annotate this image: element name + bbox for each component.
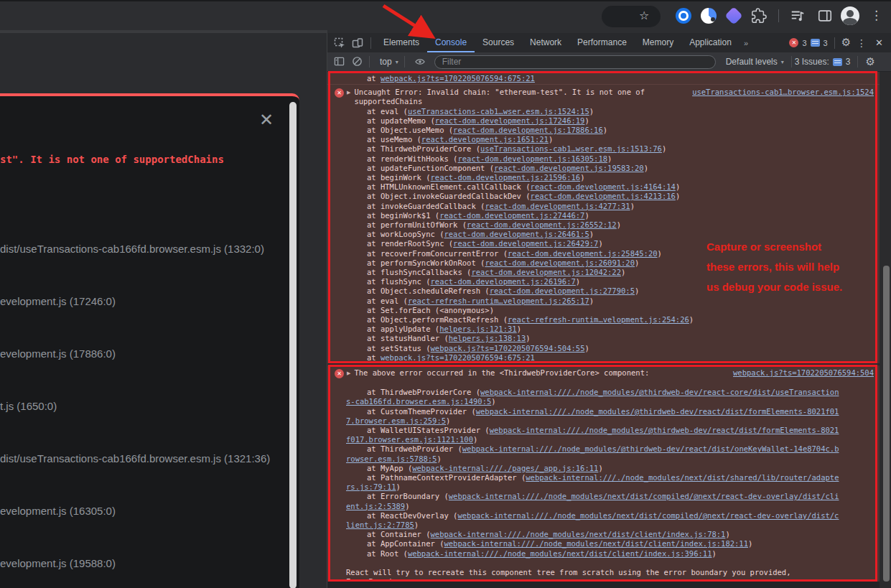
console-line: rowser.esm.js:5788:5): [327, 454, 880, 464]
bookmark-star-icon[interactable]: ☆: [639, 9, 649, 22]
stack-text: at Object.scheduleRefresh (: [367, 286, 490, 295]
stack-text: at ThirdwebProviderCore (: [367, 144, 480, 153]
source-link[interactable]: react-dom.development.js:21596:16: [431, 173, 581, 182]
extensions-puzzle-icon[interactable]: [751, 8, 767, 24]
source-link[interactable]: react-dom.development.js:26552:12: [467, 220, 617, 229]
log-levels-selector[interactable]: Default levels ▾: [726, 57, 784, 67]
devtools-settings-gear-icon[interactable]: ⚙: [841, 37, 851, 48]
source-link[interactable]: webpack-internal:///./node_modules/next/…: [449, 492, 839, 500]
stack-text: at HTMLUnknownElement.callCallback (: [367, 182, 531, 191]
tab-memory[interactable]: Memory: [635, 33, 681, 52]
stack-text: at eval (: [367, 297, 408, 305]
stack-frame-file: evelopment.js (17886:0): [0, 327, 287, 380]
console-error-tail: at webpack.js?ts=1702205076594:675:21: [327, 72, 880, 85]
source-link[interactable]: webpack.js?ts=1702205076594:675:21: [381, 353, 535, 362]
source-link[interactable]: useTransactions-cab1…wser.esm.js:1524:15: [408, 107, 589, 116]
source-link[interactable]: webpack-internal:///./node_modules/@thir…: [476, 407, 839, 416]
error-source-link[interactable]: useTransactions-cab1…browser.esm.js:1524: [692, 88, 874, 97]
source-link[interactable]: webpack-internal:///./node_modules/next/…: [431, 530, 726, 538]
extension-clock-icon[interactable]: [701, 8, 717, 24]
live-expression-eye-icon[interactable]: [414, 56, 426, 67]
tab-network[interactable]: Network: [522, 33, 569, 52]
source-link[interactable]: react-dom.development.js:16305:18: [457, 154, 607, 163]
error-source-link[interactable]: webpack.js?ts=1702205076594:504: [733, 368, 874, 378]
source-link[interactable]: webpack-internal:///./node_modules/next/…: [444, 539, 748, 548]
source-link[interactable]: react-dom.development.js:26461:5: [444, 230, 589, 238]
source-link[interactable]: react-dom.development.js:26429:7: [453, 239, 598, 248]
source-link[interactable]: webpack-internal:///./node_modules/@thir…: [480, 388, 839, 396]
console-sidebar-icon[interactable]: [334, 56, 345, 67]
source-link[interactable]: lient.js:2:7785: [346, 521, 414, 529]
tab-performance[interactable]: Performance: [569, 33, 635, 52]
source-link[interactable]: helpers.js:121:31: [439, 325, 516, 333]
source-link[interactable]: useTransactions-cab1…wser.esm.js:1513:76: [480, 144, 662, 153]
address-bar[interactable]: ☆: [602, 6, 661, 27]
source-link[interactable]: webpack-internal:///./node_modules/next/…: [408, 549, 712, 558]
extension-record-icon[interactable]: [676, 8, 691, 24]
source-link[interactable]: react-dom.development.js:26196:7: [431, 277, 576, 286]
stack-text: React will try to recreate this componen…: [346, 568, 791, 577]
devtools-close-icon[interactable]: ✕: [872, 37, 886, 48]
source-link[interactable]: f017.browser.esm.js:1121:100: [346, 435, 473, 444]
source-link[interactable]: react-dom.development.js:12042:22: [471, 268, 621, 276]
browser-menu-kebab-icon[interactable]: ⋮: [870, 8, 882, 23]
expand-triangle-icon[interactable]: ▶: [347, 370, 350, 376]
more-tabs-chevron-icon[interactable]: »: [740, 39, 752, 47]
console-settings-gear-icon[interactable]: ⚙: [865, 57, 874, 67]
clock-dot: [711, 17, 715, 22]
source-link[interactable]: react-dom.development.js:25845:20: [508, 249, 658, 258]
source-link[interactable]: rowser.esm.js:5788:5: [346, 454, 437, 463]
console-line: at ReactDevOverlay (webpack-internal:///…: [327, 511, 880, 521]
tab-elements[interactable]: Elements: [375, 33, 427, 52]
source-link[interactable]: react-dom.development.js:17246:19: [435, 116, 585, 125]
message-count[interactable]: 3: [824, 39, 828, 47]
console-line: at WalletUIStatesProvider (webpack-inter…: [327, 426, 880, 435]
source-link[interactable]: react-dom.development.js:19583:20: [494, 164, 644, 172]
tab-sources[interactable]: Sources: [475, 33, 522, 52]
devtools-menu-kebab-icon[interactable]: ⋮: [854, 37, 869, 49]
source-link[interactable]: react-dom.development.js:4164:14: [531, 182, 676, 191]
source-link[interactable]: webpack-internal:///./node_modules/@thir…: [462, 444, 839, 453]
tab-application[interactable]: Application: [681, 33, 740, 52]
stack-text: at ThirdwebProvider (: [367, 444, 462, 453]
source-link[interactable]: webpack.js?ts=1702205076594:504:55: [431, 344, 585, 353]
overlay-scrollbar[interactable]: [289, 102, 297, 588]
source-link[interactable]: 7.browser.esm.js:259:5: [346, 416, 446, 425]
device-toolbar-icon[interactable]: [352, 37, 363, 49]
source-link[interactable]: react-dom.development.js:4277:31: [485, 202, 630, 210]
source-link[interactable]: s-cab166fd.browser.esm.js:1490:5: [346, 397, 491, 406]
source-link[interactable]: react-refresh-runtim…velopment.js:265:17: [408, 297, 589, 305]
tab-console[interactable]: Console: [427, 33, 475, 52]
extension-diamond-icon[interactable]: [724, 6, 742, 24]
source-link[interactable]: react-refresh-runtim…velopment.js:254:26: [508, 315, 689, 324]
source-link[interactable]: webpack-internal:///./node_modules/@thir…: [490, 426, 839, 434]
expand-triangle-icon[interactable]: ▶: [347, 90, 350, 95]
error-count[interactable]: 3: [802, 39, 806, 47]
source-link[interactable]: helpers.js:138:13: [449, 334, 526, 342]
source-link[interactable]: react.development.js:1651:21: [421, 135, 549, 144]
profile-avatar[interactable]: [841, 6, 859, 25]
source-link[interactable]: ent.js:2:5389: [346, 502, 405, 510]
source-link[interactable]: react-dom.development.js:17886:16: [453, 126, 603, 134]
source-link[interactable]: webpack-internal:///./pages/_app.js:16:1…: [412, 464, 598, 472]
console-scrollbar-thumb[interactable]: [883, 266, 890, 582]
source-link[interactable]: react-dom.development.js:27446:7: [439, 211, 584, 220]
issues-counter[interactable]: 3 Issues: 3: [795, 57, 851, 67]
context-selector[interactable]: top ▾: [380, 57, 398, 67]
source-link[interactable]: webpack-internal:///./node_modules/next/…: [526, 473, 839, 482]
filter-input[interactable]: [434, 55, 716, 69]
inspect-element-icon[interactable]: [334, 37, 345, 49]
console-line: at setStatus (webpack.js?ts=170220507659…: [327, 344, 880, 353]
source-link[interactable]: webpack.js?ts=1702205076594:675:21: [381, 74, 535, 83]
source-link[interactable]: webpack-internal:///./node_modules/next/…: [457, 511, 839, 520]
source-link[interactable]: react-dom.development.js:27790:5: [490, 286, 635, 295]
media-list-icon[interactable]: [790, 8, 806, 24]
source-link[interactable]: react-dom.development.js:4213:16: [531, 192, 676, 200]
stack-text: ): [405, 502, 409, 510]
side-panel-icon[interactable]: [817, 8, 833, 24]
screenshot-stage: ☆ ⋮ ✕ st". It is not one of supportedCha…: [0, 0, 891, 588]
overlay-close-icon[interactable]: ✕: [256, 109, 277, 131]
source-link[interactable]: rs.js:79:11: [346, 482, 396, 491]
source-link[interactable]: react-dom.development.js:26091:20: [485, 258, 635, 267]
clear-console-icon[interactable]: [352, 56, 363, 67]
